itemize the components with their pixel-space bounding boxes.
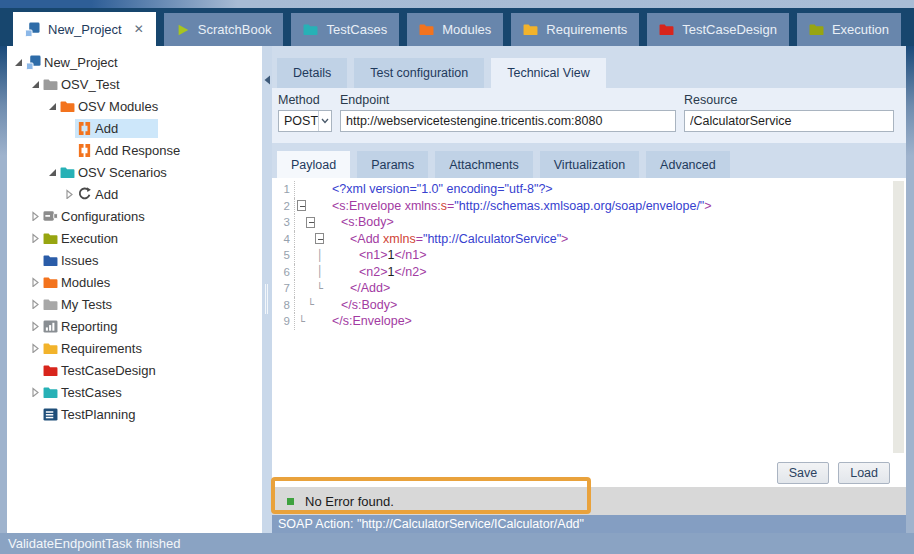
- expander-collapsed-icon[interactable]: [28, 387, 41, 397]
- payload-tab-payload[interactable]: Payload: [277, 151, 350, 178]
- fold-collapse-icon[interactable]: [315, 231, 324, 248]
- save-button[interactable]: Save: [777, 462, 830, 484]
- tree-item-content[interactable]: TestCases: [41, 383, 126, 402]
- expander-collapsed-icon[interactable]: [28, 321, 41, 331]
- tree-splitter[interactable]: [262, 46, 272, 533]
- tab-label: Requirements: [546, 22, 627, 37]
- expander-collapsed-icon[interactable]: [28, 277, 41, 287]
- tree-item-content[interactable]: Add: [75, 185, 122, 204]
- fold-guide: └: [306, 297, 315, 314]
- tree-item-testcasedesign[interactable]: TestCaseDesign: [7, 359, 262, 381]
- tab-execution[interactable]: Execution: [797, 13, 901, 46]
- expander-collapsed-icon[interactable]: [28, 233, 41, 243]
- expander-collapsed-icon[interactable]: [28, 211, 41, 221]
- tree-item-new-project[interactable]: New_Project: [7, 51, 262, 73]
- resource-input[interactable]: [684, 110, 894, 132]
- tree-item-content[interactable]: OSV Scenarios: [58, 163, 171, 182]
- payload-editor[interactable]: 1<?xml version="1.0" encoding="utf-8"?>2…: [272, 178, 906, 487]
- line-number: 4: [272, 233, 294, 245]
- tab-requirements[interactable]: Requirements: [511, 13, 639, 46]
- close-icon[interactable]: ✕: [134, 22, 144, 36]
- chevron-down-icon[interactable]: [318, 111, 331, 131]
- tree-item-osv-modules[interactable]: OSV Modules: [7, 95, 262, 117]
- tree-item-content[interactable]: My Tests: [41, 295, 116, 314]
- payload-tab-attachments[interactable]: Attachments: [435, 151, 532, 178]
- expander-collapsed-icon[interactable]: [28, 343, 41, 353]
- tree-item-issues[interactable]: Issues: [7, 249, 262, 271]
- folder-icon: [43, 364, 61, 377]
- code-text: <n1>1</n1>: [326, 248, 426, 262]
- tree-item-content[interactable]: Add: [75, 119, 158, 138]
- payload-tab-params[interactable]: Params: [357, 151, 428, 178]
- expander-collapsed-icon[interactable]: [62, 189, 75, 199]
- tree-item-my-tests[interactable]: My Tests: [7, 293, 262, 315]
- tree-item-content[interactable]: Reporting: [41, 317, 121, 336]
- tree-item-add[interactable]: Add: [7, 183, 262, 205]
- tree-item-label: OSV Scenarios: [78, 165, 167, 180]
- tree-item-content[interactable]: TestCaseDesign: [41, 361, 160, 380]
- payload-tab-virtualization[interactable]: Virtualization: [540, 151, 639, 178]
- tab-technical-view[interactable]: Technical View: [491, 58, 605, 88]
- splitter-grip[interactable]: [265, 284, 268, 314]
- tree-item-content[interactable]: Modules: [41, 273, 114, 292]
- tree-item-requirements[interactable]: Requirements: [7, 337, 262, 359]
- tab-scratchbook[interactable]: ScratchBook: [164, 13, 284, 46]
- tree-item-content[interactable]: Configurations: [41, 207, 149, 226]
- tree-item-configurations[interactable]: Configurations: [7, 205, 262, 227]
- tree-item-modules[interactable]: Modules: [7, 271, 262, 293]
- expander-collapsed-icon[interactable]: [28, 299, 41, 309]
- folder-icon: [523, 23, 538, 36]
- tab-test-configuration[interactable]: Test configuration: [354, 58, 484, 88]
- fold-collapse-icon[interactable]: [306, 214, 315, 231]
- folder-icon: [659, 23, 674, 36]
- tree-item-add[interactable]: Add: [7, 117, 262, 139]
- payload-tab-advanced[interactable]: Advanced: [646, 151, 730, 178]
- tab-testcasedesign[interactable]: TestCaseDesign: [647, 13, 789, 46]
- load-button[interactable]: Load: [838, 462, 890, 484]
- tree-item-content[interactable]: New_Project: [24, 53, 122, 72]
- tree-item-content[interactable]: Issues: [41, 251, 103, 270]
- folder-icon: [419, 23, 434, 36]
- fold-column: │: [294, 264, 326, 281]
- tree-item-osv-test[interactable]: OSV_Test: [7, 73, 262, 95]
- tree-item-add-response[interactable]: Add Response: [7, 139, 262, 161]
- tree-item-osv-scenarios[interactable]: OSV Scenarios: [7, 161, 262, 183]
- fold-column: └: [294, 297, 326, 314]
- tree-item-content[interactable]: OSV_Test: [41, 75, 124, 94]
- main-panel: DetailsTest configurationTechnical View …: [272, 46, 906, 533]
- endpoint-input[interactable]: [340, 110, 676, 132]
- expander-expanded-icon[interactable]: [45, 167, 58, 177]
- code-line: 5│<n1>1</n1>: [272, 247, 906, 264]
- tab-label: TestCases: [326, 22, 387, 37]
- status-bullet-icon: [287, 498, 294, 505]
- tree-item-testplanning[interactable]: TestPlanning: [7, 403, 262, 425]
- expander-expanded-icon[interactable]: [28, 79, 41, 89]
- tab-testcases[interactable]: TestCases: [291, 13, 399, 46]
- tree-item-content[interactable]: TestPlanning: [41, 405, 139, 424]
- tree-item-content[interactable]: Requirements: [41, 339, 146, 358]
- fold-spacer: [297, 214, 306, 231]
- method-select[interactable]: POST: [278, 110, 332, 132]
- folder-icon: [43, 386, 61, 399]
- tab-modules[interactable]: Modules: [407, 13, 503, 46]
- collapse-panel-icon[interactable]: [263, 72, 271, 90]
- tab-new-project[interactable]: New_Project✕: [13, 12, 156, 46]
- expander-expanded-icon[interactable]: [45, 101, 58, 111]
- tab-details[interactable]: Details: [277, 58, 347, 88]
- code-text: <?xml version="1.0" encoding="utf-8"?>: [326, 182, 553, 196]
- folder-icon: [43, 254, 61, 267]
- module-icon: [77, 143, 95, 158]
- fold-spacer: [306, 264, 315, 281]
- editor-scrollbar[interactable]: [893, 181, 904, 453]
- folder-icon: [43, 78, 61, 91]
- tree-item-testcases[interactable]: TestCases: [7, 381, 262, 403]
- tree-item-content[interactable]: OSV Modules: [58, 97, 162, 116]
- expander-expanded-icon[interactable]: [11, 57, 24, 67]
- app-window: New_Project✕ScratchBookTestCasesModulesR…: [0, 0, 914, 554]
- tree-item-content[interactable]: Add Response: [75, 141, 184, 160]
- tree-item-content[interactable]: Execution: [41, 229, 122, 248]
- fold-collapse-icon[interactable]: [297, 198, 306, 215]
- tree-item-execution[interactable]: Execution: [7, 227, 262, 249]
- refresh-icon: [77, 187, 95, 201]
- tree-item-reporting[interactable]: Reporting: [7, 315, 262, 337]
